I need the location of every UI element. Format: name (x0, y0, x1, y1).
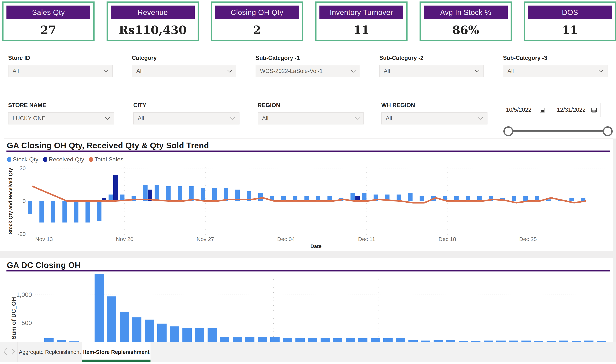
trend-chart-panel: GA Closing OH Qty, Received Qty & Qty So… (4, 139, 613, 251)
trend-chart-plot[interactable]: Nov 13Nov 20Nov 27Dec 04Dec 11Dec 18Dec … (4, 163, 613, 249)
kpi-card-inventory-turnover: Inventory Turnover 11 (315, 1, 408, 41)
chevron-down-icon (478, 117, 483, 120)
svg-text:500: 500 (21, 319, 32, 326)
date-range-slider-handle-start[interactable] (503, 126, 513, 136)
kpi-value: 2 (212, 20, 302, 40)
svg-text:Sum of DC_OH: Sum of DC_OH (10, 297, 17, 339)
below-tab-strip (0, 362, 616, 364)
legend-item-total-sales[interactable]: Total Sales (89, 156, 124, 163)
filter-selected-value: All (13, 68, 103, 74)
legend-label: Received Qty (49, 156, 84, 163)
svg-text:20: 20 (20, 165, 26, 171)
filter-dropdown-sub-category-3[interactable]: All (503, 65, 607, 77)
filter-selected-value: All (386, 115, 478, 122)
chevron-down-icon (230, 117, 235, 120)
kpi-value: 11 (317, 20, 406, 40)
chevron-right-icon[interactable] (11, 347, 16, 356)
filter-dropdown-store-id[interactable]: All (8, 65, 113, 77)
kpi-value: 27 (3, 20, 93, 40)
filter-dropdown-wh-region[interactable]: All (381, 112, 488, 124)
filter-selected-value: All (138, 115, 230, 122)
kpi-card-dos: DOS 11 (524, 1, 616, 41)
filter-dropdown-store-name[interactable]: LUCKY ONE (8, 112, 114, 124)
svg-text:Dec 04: Dec 04 (277, 236, 295, 242)
date-range-slider-track[interactable] (508, 130, 607, 132)
date-range-slider-handle-end[interactable] (603, 126, 613, 136)
svg-text:Nov 27: Nov 27 (196, 236, 214, 242)
filter-dropdown-sub-category-2[interactable]: All (379, 65, 484, 77)
legend-label: Stock Qty (13, 156, 38, 163)
filter-label: Sub-Category -3 (503, 55, 547, 61)
filter-label: Category (132, 55, 157, 61)
panel-gap (0, 251, 616, 258)
filter-selected-value: All (507, 68, 598, 74)
kpi-value: 11 (525, 20, 615, 40)
filter-dropdown-city[interactable]: All (133, 112, 240, 124)
chevron-down-icon (355, 117, 360, 120)
filter-dropdown-category[interactable]: All (132, 65, 236, 77)
title-rule (6, 151, 610, 152)
chevron-left-icon[interactable] (3, 347, 8, 356)
calendar-icon[interactable] (539, 107, 545, 113)
filter-selected-value: All (384, 68, 475, 74)
svg-text:0: 0 (23, 198, 26, 204)
right-margin (613, 139, 616, 364)
legend-dot-icon (7, 157, 11, 162)
kpi-card-avg-in-stock-: Avg In Stock % 86% (420, 1, 512, 41)
kpi-title: Sales Qty (6, 6, 90, 19)
chevron-down-icon (105, 117, 110, 120)
filter-selected-value: All (136, 68, 227, 74)
sheet-tab-aggregate-replenishment[interactable]: Aggregate Replenishment (18, 342, 82, 362)
calendar-icon[interactable] (591, 107, 597, 113)
legend-item-stock-qty[interactable]: Stock Qty (7, 156, 38, 163)
kpi-value: Rs110,430 (108, 20, 198, 40)
chevron-down-icon (103, 70, 109, 73)
svg-text:Date: Date (310, 243, 322, 249)
filter-label: WH REGION (381, 102, 415, 109)
legend-dot-icon (89, 157, 93, 162)
kpi-row: Sales Qty 27 Revenue Rs110,430 Closing O… (0, 0, 616, 44)
filter-dropdown-region[interactable]: All (257, 112, 364, 124)
filter-label: STORE NAME (8, 102, 46, 109)
chevron-down-icon (227, 70, 232, 73)
filter-dropdown-sub-category-1[interactable]: WCS-2022-LaSoie-Vol-1 (256, 65, 360, 77)
kpi-title: DOS (528, 6, 612, 19)
chevron-down-icon (598, 70, 603, 73)
legend-label: Total Sales (95, 156, 124, 163)
svg-text:1,000: 1,000 (16, 291, 32, 298)
trend-chart-title: GA Closing OH Qty, Received Qty & Qty So… (7, 141, 209, 150)
svg-text:Nov 13: Nov 13 (35, 236, 53, 242)
filter-selected-value: All (262, 115, 355, 122)
filter-label: Store ID (8, 55, 30, 61)
filter-label: Sub-Category -1 (256, 55, 300, 61)
title-rule (6, 270, 610, 272)
start-date-value: 10/5/2022 (506, 106, 531, 113)
svg-text:Dec 18: Dec 18 (438, 236, 456, 242)
sheet-tab-bar: Aggregate Replenishment Item-Store Reple… (0, 342, 616, 362)
kpi-card-closing-oh-qty: Closing OH Qty 2 (211, 1, 303, 41)
start-date-input[interactable]: 10/5/2022 (501, 103, 549, 117)
filter-label: REGION (257, 102, 280, 109)
end-date-input[interactable]: 12/31/2022 (552, 103, 601, 117)
chevron-down-icon (351, 70, 356, 73)
trend-chart-legend: Stock QtyReceived QtyTotal Sales (7, 156, 128, 163)
kpi-title: Inventory Turnover (320, 6, 403, 19)
svg-text:Stock Qty and Received Qty: Stock Qty and Received Qty (8, 168, 13, 234)
svg-text:Nov 20: Nov 20 (116, 236, 133, 242)
kpi-value: 86% (421, 20, 511, 40)
kpi-title: Avg In Stock % (424, 6, 508, 19)
filter-label: Sub-Category -2 (379, 55, 424, 61)
svg-text:Dec 25: Dec 25 (519, 236, 537, 242)
kpi-title: Revenue (111, 6, 195, 19)
svg-text:Dec 11: Dec 11 (358, 236, 375, 242)
legend-dot-icon (43, 157, 47, 162)
dc-chart-title: GA DC Closing OH (7, 260, 81, 270)
kpi-card-revenue: Revenue Rs110,430 (106, 1, 199, 41)
kpi-card-sales-qty: Sales Qty 27 (2, 1, 95, 41)
legend-item-received-qty[interactable]: Received Qty (43, 156, 84, 163)
filter-selected-value: WCS-2022-LaSoie-Vol-1 (260, 68, 351, 74)
kpi-title: Closing OH Qty (215, 6, 299, 19)
end-date-value: 12/31/2022 (557, 106, 586, 113)
sheet-tab-item-store-replenishment[interactable]: Item-Store Replenishment (82, 342, 151, 362)
filter-label: CITY (133, 102, 146, 109)
